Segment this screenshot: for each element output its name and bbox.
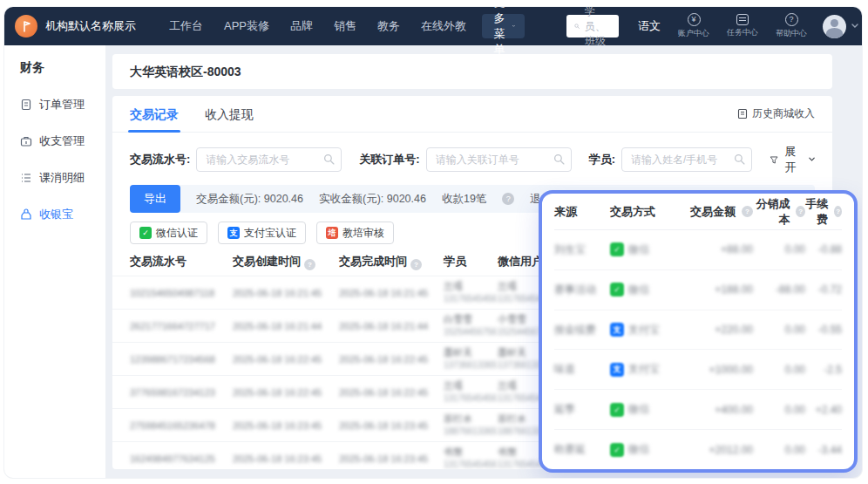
chevron-down-icon [851,24,858,29]
txn-done: 2025-06-18 16:23:45 [339,420,444,431]
search-icon[interactable] [734,153,745,165]
help-icon[interactable]: ? [834,206,842,217]
account-center-link[interactable]: ¥ 账户中心 [678,13,709,39]
wallet-icon [20,135,32,147]
txn-sn: 1021546504987118 [130,288,233,298]
sidebar-item-income-expense[interactable]: 收支管理 [20,133,105,149]
tab-bar: 交易记录 收入提现 历史商城收入 [112,96,832,133]
help-icon[interactable]: ? [410,259,422,270]
overlay-row[interactable]: 延季 ✓微信 +400.00 0.00 +2.40 [554,390,842,430]
sidebar-title: 财务 [4,45,105,76]
fee-cell: +2.40 [805,404,842,416]
list-icon [20,172,32,184]
refund-help-icon[interactable]: ? [502,193,514,205]
edu-review-button[interactable]: 培 教培审核 [316,222,394,244]
alipay-icon: 支 [227,227,240,239]
help-icon[interactable]: ? [304,259,315,270]
amount-cell: +88.00 [688,243,753,256]
alipay-pay-icon: 支 [610,323,624,337]
search-icon[interactable] [553,153,565,165]
search-icon[interactable] [323,153,335,165]
related-order-input[interactable] [426,147,572,172]
search-placeholder: 学员、班级 [585,7,611,49]
wechat-pay-icon: ✓ [610,443,624,457]
source-cell: 按金续费 [554,323,610,337]
main-menu: 工作台 APP装修 品牌 销售 教务 在线外教 更多菜单 [159,14,525,38]
source-cell: 欧赛延 [554,442,610,457]
col-transaction-sn: 交易流水号 [130,254,233,269]
filter-label-student: 学员: [589,152,615,167]
txn-created: 2025-06-18 16:22:45 [233,387,339,398]
alipay-cert-button[interactable]: 支 支付宝认证 [218,222,306,244]
source-cell: 延季 [554,402,610,417]
task-center-link[interactable]: 任务中心 [727,14,758,38]
chevron-down-icon [512,24,515,29]
overlay-row[interactable]: 按金续费 支支付宝 +220.00 0.00 -0.55 [554,310,842,351]
org-logo-icon[interactable] [15,15,37,37]
menu-item-workbench[interactable]: 工作台 [169,18,203,34]
cost-cell: 0.00 [753,404,805,416]
sidebar-item-label: 订单管理 [39,97,85,112]
menu-item-app-design[interactable]: APP装修 [224,18,269,34]
txn-done: 2025-06-18 16:23:45 [339,453,444,464]
source-cell: 赛事活动 [554,283,610,297]
menu-item-sales[interactable]: 销售 [334,18,356,34]
amount-cell: +2012.00 [688,444,753,456]
menu-item-academic[interactable]: 教务 [377,18,400,34]
overlay-row[interactable]: 赛事活动 ✓微信 +188.00 -88.00 -0.72 [554,270,842,310]
history-mall-income-link[interactable]: 历史商城收入 [737,106,815,121]
help-center-link[interactable]: ? 帮助中心 [776,13,807,39]
txn-done: 2025-06-18 16:22:45 [339,387,444,398]
global-search-input[interactable]: 学员、班级 [566,15,619,37]
fee-detail-overlay-panel: 来源 交易方式 交易金额? 分销成本? 手续费? 刘生宝 ✓微信 +88.00 … [539,190,858,473]
fee-cell: -0.72 [805,283,842,296]
wechat-cert-button[interactable]: ✓ 微信认证 [130,222,207,244]
help-icon[interactable]: ? [796,206,805,217]
sidebar-item-orders[interactable]: 订单管理 [20,97,105,112]
overlay-row[interactable]: 欧赛延 ✓微信 +2012.00 0.00 -3.44 [554,430,842,469]
txn-done: 2025-06-18 16:21:45 [339,288,444,298]
student-cell: 书慧13176545456 [444,446,498,469]
col-distribution-cost[interactable]: 分销成本? [753,196,805,228]
sidebar-item-class-consumption[interactable]: 课消明细 [20,170,105,186]
txn-sn: 2621771664727717 [130,321,233,331]
fee-cell: -3.44 [805,444,842,456]
txn-created: 2025-06-18 16:21:44 [233,321,339,331]
method-label: 支付宝 [628,362,660,377]
method-label: 支付宝 [628,323,660,337]
sidebar-item-cashier[interactable]: 收银宝 [20,207,105,222]
menu-item-online-teachers[interactable]: 在线外教 [421,18,466,34]
yen-circle-icon: ¥ [688,13,701,26]
overlay-row[interactable]: 味道 支支付宝 +1000.00 0.00 -2.5 [554,350,842,390]
txn-created: 2025-06-18 16:23:45 [233,420,339,431]
txn-done: 2025-06-18 16:22:45 [339,354,444,365]
student-search-input[interactable] [621,147,752,172]
transaction-sn-input[interactable] [196,147,342,172]
tab-income-withdrawal[interactable]: 收入提现 [205,96,254,133]
col-created-time[interactable]: 交易创建时间? [233,254,339,270]
amount-cell: +220.00 [688,324,753,336]
user-avatar-menu[interactable] [823,15,858,38]
search-icon [574,21,580,31]
col-done-time[interactable]: 交易完成时间? [339,254,444,270]
history-link-label: 历史商城收入 [752,106,815,121]
expand-filters-button[interactable]: 展开 [770,144,815,175]
alipay-pay-icon: 支 [610,363,624,377]
task-center-label: 任务中心 [727,27,758,38]
language-switcher[interactable]: 语文 [638,18,661,34]
order-doc-icon [20,99,32,111]
tab-transaction-records[interactable]: 交易记录 [130,96,179,133]
sidebar-item-label: 课消明细 [39,170,85,186]
cost-cell: 0.00 [753,444,805,456]
account-center-label: 账户中心 [678,28,709,39]
more-menu-button[interactable]: 更多菜单 [482,14,525,38]
student-cell: 苏打水18876613365 [444,412,498,437]
overlay-row[interactable]: 刘生宝 ✓微信 +88.00 0.00 -0.88 [554,230,842,270]
sidebar-item-label: 收银宝 [39,207,73,222]
export-button[interactable]: 导出 [130,185,180,213]
help-icon[interactable]: ? [742,206,753,217]
col-fee[interactable]: 手续费? [805,196,842,228]
cost-cell: 0.00 [753,243,805,256]
menu-item-brand[interactable]: 品牌 [290,18,313,34]
col-amount[interactable]: 交易金额? [688,204,753,220]
